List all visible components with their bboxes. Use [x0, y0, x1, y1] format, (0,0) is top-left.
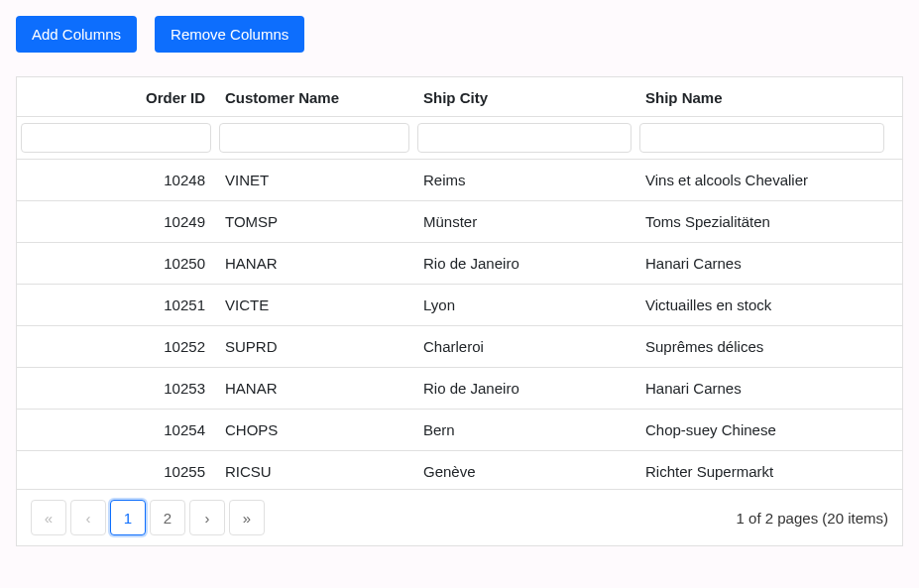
- cell-ship: Richter Supermarkt: [635, 451, 888, 489]
- cell-city: Charleroi: [413, 326, 635, 367]
- cell-ship: Chop-suey Chinese: [635, 410, 888, 450]
- remove-columns-button[interactable]: Remove Columns: [155, 16, 304, 53]
- cell-city: Rio de Janeiro: [413, 243, 635, 284]
- pager-page-2[interactable]: 2: [150, 500, 185, 535]
- cell-ship: Hanari Carnes: [635, 243, 888, 284]
- cell-city: Lyon: [413, 285, 635, 325]
- header-ship-city[interactable]: Ship City: [413, 77, 635, 116]
- filter-ship-name[interactable]: [639, 123, 884, 153]
- table-row[interactable]: 10255RICSUGenèveRichter Supermarkt: [17, 451, 902, 489]
- pager-prev-button[interactable]: ‹: [70, 500, 106, 535]
- cell-order-id: 10255: [17, 451, 215, 489]
- cell-ship: Victuailles en stock: [635, 285, 888, 325]
- table-row[interactable]: 10250HANARRio de JaneiroHanari Carnes: [17, 243, 902, 285]
- table-row[interactable]: 10248VINETReimsVins et alcools Chevalier: [17, 160, 902, 201]
- table-row[interactable]: 10251VICTELyonVictuailles en stock: [17, 285, 902, 326]
- pager-last-button[interactable]: »: [229, 500, 265, 535]
- filter-customer-name[interactable]: [219, 123, 409, 153]
- filter-ship-city[interactable]: [417, 123, 632, 153]
- pager-next-button[interactable]: ›: [189, 500, 225, 535]
- cell-order-id: 10250: [17, 243, 215, 284]
- cell-order-id: 10251: [17, 285, 215, 325]
- cell-order-id: 10253: [17, 368, 215, 409]
- add-columns-button[interactable]: Add Columns: [16, 16, 137, 53]
- table-row[interactable]: 10249TOMSPMünsterToms Spezialitäten: [17, 201, 902, 243]
- cell-ship: Suprêmes délices: [635, 326, 888, 367]
- pager-page-1[interactable]: 1: [110, 500, 146, 535]
- cell-customer: VICTE: [215, 285, 413, 325]
- pager-info: 1 of 2 pages (20 items): [737, 510, 888, 527]
- cell-ship: Vins et alcools Chevalier: [635, 160, 888, 200]
- cell-order-id: 10248: [17, 160, 215, 200]
- table-row[interactable]: 10253HANARRio de JaneiroHanari Carnes: [17, 368, 902, 410]
- cell-customer: VINET: [215, 160, 413, 200]
- cell-ship: Toms Spezialitäten: [635, 201, 888, 242]
- grid-body[interactable]: 10248VINETReimsVins et alcools Chevalier…: [17, 160, 902, 489]
- cell-customer: HANAR: [215, 368, 413, 409]
- header-order-id[interactable]: Order ID: [17, 77, 215, 116]
- cell-customer: TOMSP: [215, 201, 413, 242]
- cell-customer: CHOPS: [215, 410, 413, 450]
- cell-order-id: 10254: [17, 410, 215, 450]
- header-ship-name[interactable]: Ship Name: [635, 77, 888, 116]
- pager-first-button[interactable]: «: [31, 500, 66, 535]
- cell-city: Rio de Janeiro: [413, 368, 635, 409]
- grid-header-row: Order ID Customer Name Ship City Ship Na…: [17, 77, 902, 117]
- data-grid: Order ID Customer Name Ship City Ship Na…: [16, 76, 903, 546]
- filter-row: [17, 117, 902, 160]
- cell-city: Münster: [413, 201, 635, 242]
- filter-order-id[interactable]: [21, 123, 211, 153]
- cell-city: Reims: [413, 160, 635, 200]
- cell-city: Bern: [413, 410, 635, 450]
- action-buttons: Add Columns Remove Columns: [16, 16, 903, 53]
- pager: « ‹ 1 2 › » 1 of 2 pages (20 items): [17, 489, 902, 545]
- cell-order-id: 10252: [17, 326, 215, 367]
- header-customer-name[interactable]: Customer Name: [215, 77, 413, 116]
- cell-customer: RICSU: [215, 451, 413, 489]
- table-row[interactable]: 10252SUPRDCharleroiSuprêmes délices: [17, 326, 902, 368]
- cell-order-id: 10249: [17, 201, 215, 242]
- cell-customer: SUPRD: [215, 326, 413, 367]
- cell-city: Genève: [413, 451, 635, 489]
- cell-ship: Hanari Carnes: [635, 368, 888, 409]
- cell-customer: HANAR: [215, 243, 413, 284]
- table-row[interactable]: 10254CHOPSBernChop-suey Chinese: [17, 410, 902, 451]
